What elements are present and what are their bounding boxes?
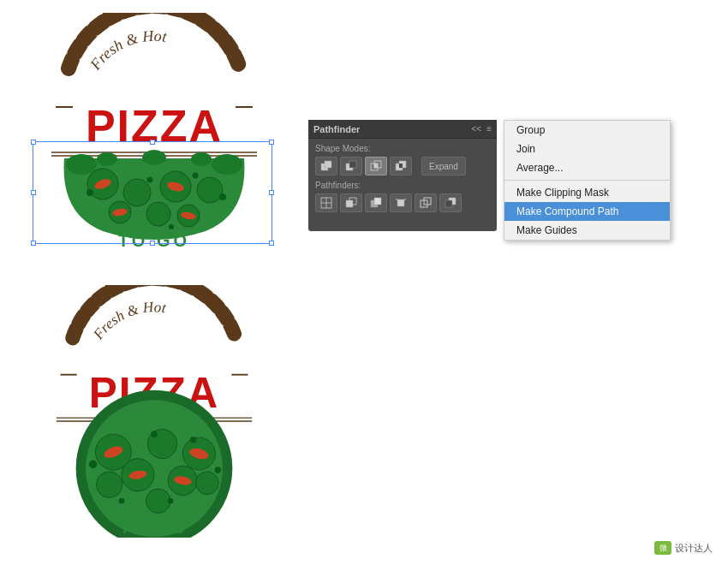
svg-point-74 [151,431,158,437]
svg-rect-37 [399,164,403,168]
menu-item-clipping-mask[interactable]: Make Clipping Mask [504,183,670,202]
pizza-logo-bottom: Fresh & Hot PIZZA [9,282,300,539]
svg-rect-31 [349,161,356,168]
main-container: Fresh & Hot PIZZA [0,0,728,565]
svg-point-77 [168,497,174,503]
shape-modes-label: Shape Modes: [315,144,490,153]
crop-btn[interactable] [390,193,412,212]
svg-point-73 [89,460,98,468]
intersect-btn[interactable] [365,157,387,175]
minus-back-btn[interactable] [439,193,462,212]
menu-item-guides[interactable]: Make Guides [504,221,670,240]
divide-btn[interactable] [315,193,337,212]
menu-item-join[interactable]: Join [504,140,670,158]
panel-icons: << ≡ [471,124,492,134]
svg-point-9 [191,152,212,166]
svg-rect-34 [374,164,378,168]
svg-point-7 [97,152,117,166]
panel-header: Pathfinder << ≡ [308,120,497,139]
wechat-label: 设计达人 [675,542,713,555]
menu-item-group[interactable]: Group [504,121,670,140]
collapse-icon[interactable]: << [471,124,481,134]
svg-text:TO GO: TO GO [120,519,188,537]
wechat-footer: 微 设计达人 [654,541,713,555]
pizza-svg-bottom: Fresh & Hot PIZZA [26,285,283,538]
panel-title: Pathfinder [313,124,360,134]
shape-modes-row: Expand [315,157,490,175]
svg-point-24 [193,173,199,179]
svg-point-22 [87,189,93,196]
svg-text:PIZZA: PIZZA [86,101,223,151]
svg-point-23 [147,177,153,183]
exclude-btn[interactable] [390,157,412,175]
svg-point-14 [197,177,223,203]
svg-point-68 [196,471,219,494]
svg-text:TO GO: TO GO [118,231,190,250]
pizza-logo-top: Fresh & Hot PIZZA [9,9,300,282]
svg-rect-51 [445,200,452,207]
svg-rect-44 [374,198,381,205]
trim-btn[interactable] [340,193,362,212]
context-menu: Group Join Average... Make Clipping Mask… [504,120,671,241]
svg-rect-45 [397,199,404,206]
svg-point-10 [212,154,242,175]
svg-point-12 [123,179,151,206]
pathfinders-row [315,193,490,212]
svg-point-75 [190,437,197,443]
pathfinders-label: Pathfinders: [315,181,490,190]
svg-point-78 [119,497,125,503]
merge-btn[interactable] [365,193,387,212]
expand-button[interactable]: Expand [421,157,466,175]
svg-point-76 [214,467,221,473]
svg-point-67 [146,488,170,513]
top-row: Fresh & Hot PIZZA [9,9,719,282]
pathfinder-panel: Pathfinder << ≡ Shape Modes: [308,120,497,231]
pizza-svg-top: Fresh & Hot PIZZA [21,13,287,278]
svg-point-66 [96,471,122,497]
menu-icon[interactable]: ≡ [486,124,492,134]
wechat-icon: 微 [654,541,671,555]
panel-body: Shape Modes: Expand Path [308,139,497,217]
svg-point-25 [219,193,226,200]
svg-point-15 [146,202,170,226]
menu-item-average[interactable]: Average... [504,158,670,177]
svg-point-26 [169,224,174,229]
minus-front-btn[interactable] [340,157,362,175]
menu-item-compound-path[interactable]: Make Compound Path [504,202,670,221]
svg-rect-29 [325,161,331,168]
outline-btn[interactable] [415,193,437,212]
bottom-row: Fresh & Hot PIZZA [9,282,719,556]
unite-btn[interactable] [315,157,337,175]
svg-point-6 [66,154,97,175]
menu-divider [504,180,670,181]
svg-point-8 [142,150,166,165]
